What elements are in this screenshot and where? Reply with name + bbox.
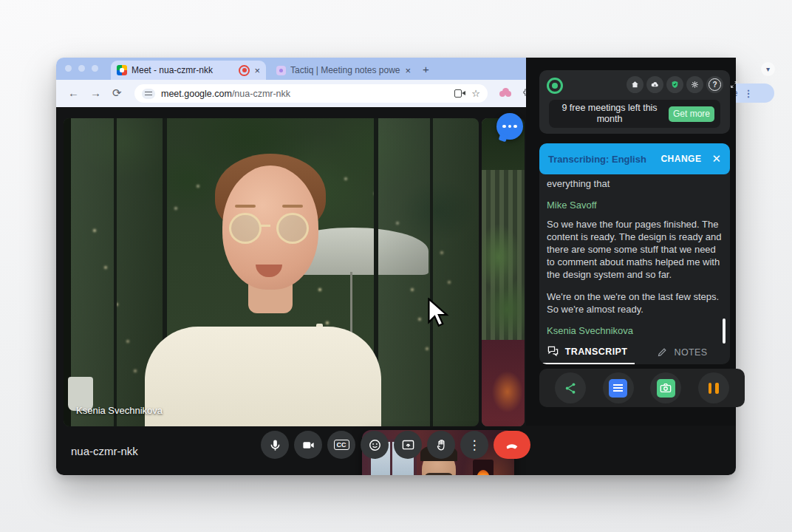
tab-transcript-label: TRANSCRIPT	[565, 347, 628, 357]
glasses-lens	[229, 213, 262, 244]
browser-window: Meet - nua-czmr-nkk × Tactiq | Meeting n…	[56, 58, 736, 475]
screenshot-camera-icon	[657, 379, 675, 398]
back-button[interactable]: ←	[68, 86, 79, 99]
eyebrow	[235, 205, 256, 208]
site-info-icon[interactable]	[142, 89, 155, 99]
meeting-code: nua-czmr-nkk	[71, 445, 138, 457]
browser-menu-icon[interactable]: ⋮	[743, 88, 753, 99]
end-call-button[interactable]	[494, 431, 530, 459]
room-glow	[482, 340, 525, 426]
share-button[interactable]	[555, 372, 586, 403]
share-icon	[564, 381, 578, 395]
transcript-speaker: Mike Savoff	[547, 200, 723, 211]
microphone-button[interactable]	[261, 431, 289, 459]
pencil-icon	[657, 347, 668, 358]
video-tile-partial[interactable]	[482, 118, 525, 426]
glass-door-right	[374, 118, 479, 426]
tab-search-chevron-icon[interactable]: ▾	[761, 62, 775, 76]
tab-title: Tactiq | Meeting notes powe	[290, 65, 400, 75]
forward-button[interactable]: →	[90, 86, 101, 99]
close-tab-icon[interactable]: ×	[254, 66, 260, 75]
glasses-lens	[276, 213, 309, 244]
chat-icon	[547, 346, 559, 357]
camera-button[interactable]	[294, 431, 322, 459]
reactions-button[interactable]	[361, 431, 389, 459]
transcript-line: So we have the four pages finished. The …	[547, 218, 723, 281]
tab-notes-label: NOTES	[674, 347, 707, 358]
transcript-line: We're on the we're on the last few steps…	[547, 290, 723, 316]
tab-capture-icon[interactable]	[454, 89, 465, 98]
glasses-bridge	[260, 225, 270, 227]
captions-button[interactable]: CC	[327, 431, 355, 459]
sidebar-tabs: TRANSCRIPT NOTES	[539, 340, 730, 364]
participant-name-label: Ksenia Svechnikova	[76, 405, 163, 416]
tab-title: Meet - nua-czmr-nkk	[132, 65, 234, 75]
video-tile-main[interactable]: Ksenia Svechnikova	[64, 118, 479, 426]
desktop: Meet - nua-czmr-nkk × Tactiq | Meeting n…	[0, 0, 792, 532]
transcribing-banner: Transcribing: English CHANGE ✕	[539, 143, 730, 174]
export-docs-button[interactable]	[603, 372, 634, 403]
mouse-cursor	[426, 298, 451, 330]
window-control-dot[interactable]	[78, 65, 85, 72]
more-options-button[interactable]: ⋮	[460, 431, 488, 459]
tab-transcript[interactable]: TRANSCRIPT	[539, 340, 635, 364]
settings-gear-icon[interactable]	[686, 76, 703, 93]
meet-favicon	[117, 65, 127, 75]
get-more-button[interactable]: Get more	[669, 106, 714, 122]
cloud-upload-icon[interactable]	[646, 76, 663, 93]
transcript-speaker: Ksenia Svechnikova	[547, 325, 723, 336]
participant-shirt	[145, 327, 381, 426]
tab-tactiq[interactable]: Tactiq | Meeting notes powe ×	[270, 61, 417, 80]
tactiq-logo-icon	[547, 78, 563, 94]
url-text[interactable]: meet.google.com/nua-czmr-nkk	[161, 89, 448, 99]
change-language-button[interactable]: CHANGE	[660, 154, 701, 164]
usage-banner: 9 free meetings left this month Get more	[549, 100, 720, 128]
pause-icon	[715, 383, 719, 394]
window-control-dot[interactable]	[92, 65, 98, 72]
transcript-line: everything that	[547, 177, 723, 190]
action-bar	[539, 369, 745, 407]
window-control-dot[interactable]	[65, 65, 72, 72]
screenshot-button[interactable]	[650, 372, 681, 403]
help-icon[interactable]: ?	[706, 76, 723, 93]
bookmark-star-icon[interactable]: ☆	[471, 89, 480, 98]
close-tab-icon[interactable]: ×	[405, 66, 411, 75]
tactiq-favicon	[276, 66, 286, 75]
tab-notes[interactable]: NOTES	[635, 340, 730, 364]
close-banner-icon[interactable]: ✕	[711, 152, 721, 166]
meetings-left-text: 9 free meetings left this month	[555, 103, 664, 125]
home-icon[interactable]	[627, 76, 644, 93]
new-tab-button[interactable]: +	[423, 63, 429, 75]
pink-extension-icon[interactable]	[499, 88, 511, 97]
pause-button[interactable]	[698, 372, 729, 403]
transcribing-label: Transcribing: English	[548, 154, 655, 165]
address-bar[interactable]: meet.google.com/nua-czmr-nkk ☆	[134, 84, 488, 103]
tactiq-sidebar: ? 9 free meetings left this month Get mo…	[526, 58, 736, 426]
tactiq-chat-bubble-icon[interactable]	[496, 113, 523, 140]
meet-control-bar: nua-czmr-nkk CC ⋮	[56, 426, 526, 475]
reload-button[interactable]: ⟳	[112, 86, 122, 100]
eyebrow	[282, 205, 303, 208]
collapse-icon[interactable]	[726, 76, 742, 93]
transcript-scroll-area[interactable]: everything that Mike Savoff So we have t…	[547, 177, 723, 337]
pause-icon	[709, 383, 712, 394]
tactiq-header-card: ? 9 free meetings left this month Get mo…	[539, 70, 730, 134]
google-docs-icon	[609, 379, 627, 398]
transcript-card: Transcribing: English CHANGE ✕ everythin…	[539, 143, 730, 364]
recording-indicator-icon	[239, 65, 250, 76]
raise-hand-button[interactable]	[427, 431, 455, 459]
shield-check-icon[interactable]	[666, 76, 683, 93]
present-screen-button[interactable]	[394, 431, 422, 459]
tab-meet[interactable]: Meet - nua-czmr-nkk ×	[111, 61, 266, 80]
